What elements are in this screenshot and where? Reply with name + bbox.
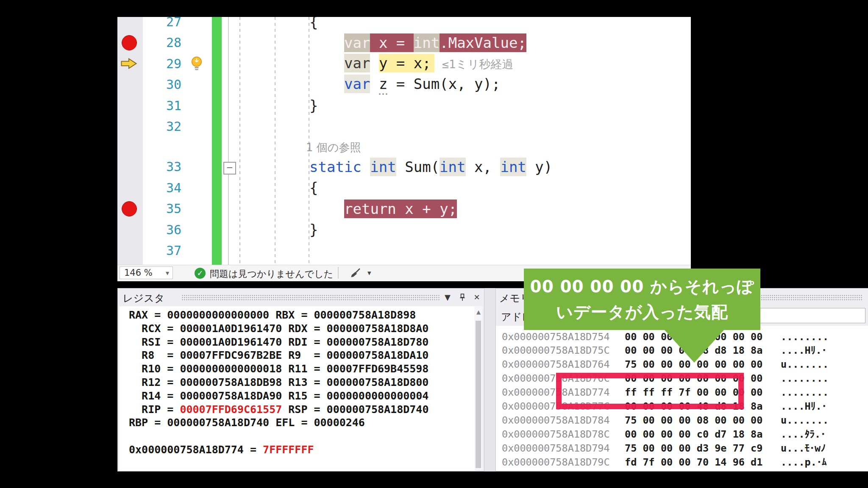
register-row[interactable]: R10 = 0000000000000018 R11 = 00007FFD69B… xyxy=(129,362,475,376)
code-text[interactable]: } xyxy=(309,96,318,115)
register-row[interactable]: RBP = 000000758A18D740 EFL = 00000246 xyxy=(129,416,475,430)
code-text[interactable]: } xyxy=(309,220,318,239)
registers-content[interactable]: RAX = 0000000000000000 RBX = 000000758A1… xyxy=(119,306,475,471)
line-number[interactable]: 33 xyxy=(140,159,181,174)
code-text[interactable]: var y = x;≤1ミリ秒経過 xyxy=(344,54,514,74)
code-line-28[interactable]: 28var x = int.MaxValue; xyxy=(117,32,691,53)
register-row[interactable]: R8 = 00007FFDC967B2BE R9 = 000000758A18D… xyxy=(129,349,475,362)
chevron-down-icon[interactable]: ▼ xyxy=(441,291,454,303)
registers-panel: レジスタ ▼ ✕ RAX = 0000000000000000 RBX = 00… xyxy=(117,288,484,471)
breakpoint-icon[interactable] xyxy=(122,201,137,216)
code-line-29[interactable]: 29var y = x;≤1ミリ秒経過 xyxy=(117,53,691,74)
register-row[interactable]: RAX = 0000000000000000 RBX = 000000758A1… xyxy=(129,308,475,322)
code-line-27[interactable]: 27{ xyxy=(117,17,691,32)
health-status-message[interactable]: 問題は見つかりませんでした xyxy=(210,268,333,280)
panel-splitter[interactable] xyxy=(484,288,495,471)
separator xyxy=(338,267,339,279)
code-cleanup-icon[interactable] xyxy=(349,267,362,281)
register-row[interactable] xyxy=(129,430,475,443)
memory-row[interactable]: 0x000000758A18D7A400 00 00 00 00 00 00 0… xyxy=(496,470,868,472)
check-circle-icon: ✓ xyxy=(195,268,206,279)
code-text[interactable]: { xyxy=(309,17,318,31)
memory-row[interactable]: 0x000000758A18D79Cfd 7f 00 00 70 14 96 d… xyxy=(496,456,868,469)
chevron-down-icon[interactable]: ▾ xyxy=(367,269,371,277)
register-row[interactable]: RIP = 00007FFD69C61557 RSP = 000000758A1… xyxy=(129,403,475,416)
code-line-37[interactable]: 37 xyxy=(117,240,691,261)
register-row[interactable]: R12 = 000000758A18DB98 R13 = 000000758A1… xyxy=(129,376,475,389)
callout-pointer-icon xyxy=(664,330,724,363)
code-text[interactable]: { xyxy=(309,178,318,197)
code-line-35[interactable]: 35return x + y; xyxy=(117,198,691,219)
screen: 27{28var x = int.MaxValue;29var y = x;≤1… xyxy=(0,0,868,488)
register-row[interactable]: R14 = 000000758A18DA90 R15 = 00000000000… xyxy=(129,389,475,403)
zoom-level-select[interactable]: 146 % ▾ xyxy=(120,266,173,279)
register-row[interactable]: RCX = 000001A0D1961470 RDX = 000000758A1… xyxy=(129,322,475,336)
registers-panel-title: レジスタ xyxy=(123,291,164,305)
memory-row[interactable]: 0x000000758A18D78C00 00 00 00 c0 d7 18 8… xyxy=(496,428,868,441)
code-line-31[interactable]: 31} xyxy=(117,95,691,116)
annotation-callout: 00 00 00 00 からそれっぽ いデータが入った気配 xyxy=(524,269,760,330)
scroll-up-icon[interactable]: ▲ xyxy=(474,309,483,315)
register-row[interactable]: 0x000000758A18D774 = 7FFFFFFF xyxy=(129,443,475,457)
memory-row[interactable]: 0x000000758A18D78475 00 00 00 08 00 00 0… xyxy=(496,414,868,427)
code-line-30[interactable]: 30var z = Sum(x, y); xyxy=(117,74,691,95)
pin-icon[interactable] xyxy=(456,291,469,303)
code-text[interactable]: return x + y; xyxy=(344,200,457,218)
memory-row[interactable]: 0x000000758A18D79475 00 00 00 d3 9e 77 c… xyxy=(496,442,868,455)
line-number[interactable]: 35 xyxy=(140,201,181,216)
code-line-32[interactable]: 32 xyxy=(117,116,691,137)
line-number[interactable]: 31 xyxy=(140,98,181,113)
line-number[interactable]: 32 xyxy=(140,119,181,134)
current-statement-arrow-icon xyxy=(120,57,138,72)
code-line-34[interactable]: 34{ xyxy=(117,177,691,198)
code-text[interactable]: var x = int.MaxValue; xyxy=(344,33,526,52)
register-row[interactable]: RSI = 000001A0D1961470 RDI = 000000758A1… xyxy=(129,336,475,349)
code-line-36[interactable]: 36} xyxy=(117,219,691,240)
code-editor[interactable]: 27{28var x = int.MaxValue;29var y = x;≤1… xyxy=(117,17,691,265)
zoom-level-value: 146 % xyxy=(124,268,153,278)
line-number[interactable]: 37 xyxy=(140,243,181,258)
perf-tip: ≤1ミリ秒経過 xyxy=(442,55,514,74)
registers-panel-titlebar[interactable]: レジスタ ▼ ✕ xyxy=(118,288,484,306)
registers-scrollbar[interactable]: ▲ xyxy=(474,306,483,470)
chevron-down-icon: ▾ xyxy=(166,267,169,279)
titlebar-grip xyxy=(181,294,440,301)
line-number[interactable]: 34 xyxy=(140,180,181,195)
close-icon[interactable]: ✕ xyxy=(470,291,483,303)
breakpoint-icon[interactable] xyxy=(122,35,137,50)
line-number[interactable]: 36 xyxy=(140,222,181,237)
lightbulb-icon[interactable] xyxy=(190,56,203,74)
code-line-33[interactable]: 33static int Sum(int x, int y) xyxy=(117,156,691,177)
line-number[interactable]: 28 xyxy=(140,35,181,50)
line-number[interactable]: 30 xyxy=(140,77,181,92)
callout-line2: いデータが入った気配 xyxy=(524,299,760,325)
line-number[interactable]: 29 xyxy=(140,56,181,71)
code-text[interactable]: static int Sum(int x, int y) xyxy=(309,158,552,176)
outline-collapse-button[interactable]: − xyxy=(223,162,236,175)
scrollbar-thumb[interactable] xyxy=(476,321,481,468)
highlight-box xyxy=(556,373,744,409)
callout-line1: 00 00 00 00 からそれっぽ xyxy=(524,274,760,299)
line-number[interactable]: 27 xyxy=(140,17,181,29)
codelens-references[interactable]: 1 個の参照 xyxy=(306,140,361,155)
code-text[interactable]: var z = Sum(x, y); xyxy=(344,75,501,95)
